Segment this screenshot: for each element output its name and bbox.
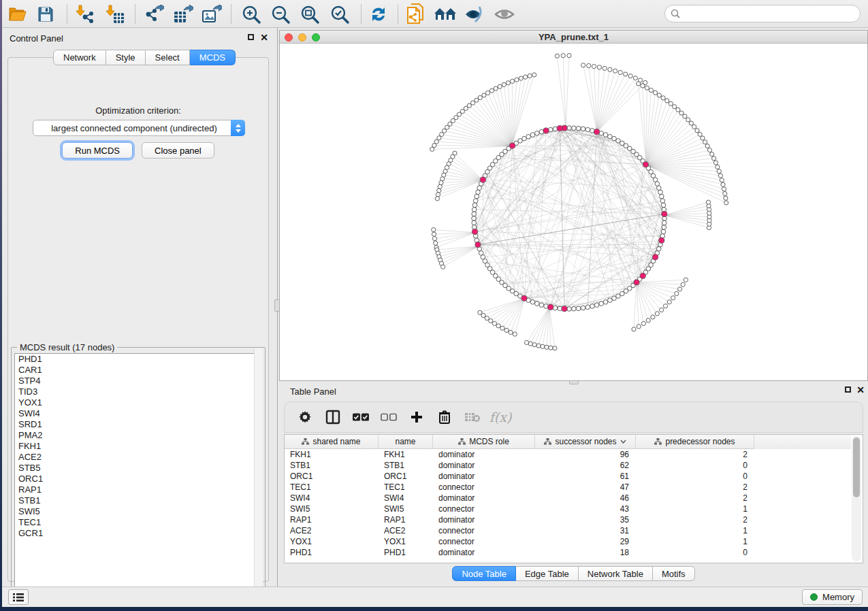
- table-row[interactable]: ORC1ORC1dominator610: [285, 471, 851, 482]
- sort-desc-icon: [620, 440, 626, 444]
- table-cell: connector: [433, 482, 535, 493]
- network-share-icon[interactable]: [404, 3, 428, 25]
- table-row[interactable]: ACE2ACE2connector311: [285, 525, 851, 536]
- search-input[interactable]: [684, 9, 860, 19]
- add-column-icon[interactable]: [408, 409, 425, 425]
- run-mcds-button[interactable]: Run MCDS: [62, 142, 133, 159]
- shared-column-icon: [654, 438, 662, 445]
- zoom-fit-icon[interactable]: [298, 3, 321, 25]
- table-cell: 1: [636, 525, 754, 536]
- mcds-result-item[interactable]: SWI5: [15, 506, 262, 517]
- select-all-icon[interactable]: [353, 409, 369, 425]
- table-row[interactable]: STB1STB1dominator620: [285, 460, 851, 471]
- tab-mcds[interactable]: MCDS: [190, 50, 236, 65]
- table-cell: ACE2: [285, 525, 379, 536]
- show-eye-icon[interactable]: [493, 3, 516, 25]
- table-row[interactable]: TEC1TEC1connector472: [285, 482, 851, 493]
- column-header-shared-name[interactable]: shared name: [285, 435, 379, 449]
- table-row[interactable]: SWI5SWI5connector431: [285, 503, 851, 514]
- tab-style[interactable]: Style: [106, 50, 146, 65]
- mcds-result-item[interactable]: YOX1: [15, 397, 262, 408]
- save-icon[interactable]: [34, 3, 57, 25]
- column-header-mcds-role[interactable]: MCDS role: [433, 435, 535, 449]
- mcds-list-scrollbar[interactable]: [254, 348, 263, 589]
- import-network-icon[interactable]: [74, 3, 97, 25]
- table-row[interactable]: RAP1RAP1dominator352: [285, 514, 851, 525]
- mcds-result-item[interactable]: SWI4: [15, 408, 262, 419]
- zoom-out-icon[interactable]: [269, 3, 292, 25]
- zoom-selected-icon[interactable]: [328, 3, 351, 25]
- tab-network-table[interactable]: Network Table: [579, 566, 653, 581]
- mcds-result-item[interactable]: ORC1: [15, 474, 262, 484]
- search-box[interactable]: [664, 5, 861, 22]
- toolbar-separator: [231, 4, 231, 24]
- export-image-icon[interactable]: [200, 3, 223, 25]
- close-table-panel-icon[interactable]: ✕: [856, 386, 865, 395]
- table-row[interactable]: FKH1FKH1dominator962: [285, 449, 851, 460]
- table-cell: dominator: [433, 547, 535, 558]
- column-view-icon[interactable]: [325, 409, 341, 425]
- network-canvas[interactable]: [280, 44, 867, 380]
- float-table-panel-icon[interactable]: [843, 386, 852, 395]
- table-cell: 47: [535, 482, 636, 493]
- table-cell: 96: [535, 449, 636, 460]
- mcds-result-item[interactable]: RAP1: [15, 484, 262, 495]
- column-header-successor-nodes[interactable]: successor nodes: [535, 435, 636, 449]
- delete-table-icon[interactable]: [464, 409, 481, 425]
- mcds-result-item[interactable]: FKH1: [15, 441, 262, 452]
- close-panel-button[interactable]: Close panel: [142, 142, 214, 159]
- deselect-all-icon[interactable]: [381, 409, 397, 425]
- memory-button[interactable]: Memory: [802, 589, 863, 605]
- tab-edge-table[interactable]: Edge Table: [516, 566, 579, 581]
- mcds-result-item[interactable]: SRD1: [15, 419, 262, 430]
- mcds-result-item[interactable]: STB1: [15, 495, 262, 506]
- optimization-criterion-select[interactable]: largest connected component (undirected): [33, 120, 245, 136]
- mcds-result-item[interactable]: PMA2: [15, 430, 262, 441]
- close-panel-icon[interactable]: ✕: [259, 33, 269, 43]
- export-table-icon[interactable]: [172, 3, 195, 25]
- float-panel-icon[interactable]: [246, 33, 255, 43]
- table-tabs: Node Table Edge Table Network Table Moti…: [279, 566, 868, 581]
- memory-status-icon: [810, 593, 818, 601]
- table-cell: RAP1: [285, 514, 379, 525]
- mcds-result-item[interactable]: PHD1: [15, 354, 262, 365]
- function-builder-icon[interactable]: f(x): [492, 409, 509, 425]
- export-network-icon[interactable]: [142, 3, 165, 25]
- table-cell: 2: [636, 482, 754, 493]
- delete-column-icon[interactable]: [436, 409, 453, 425]
- table-cell: SWI5: [379, 503, 433, 514]
- open-file-icon[interactable]: [6, 3, 29, 25]
- mcds-result-item[interactable]: STP4: [15, 376, 262, 386]
- tab-select[interactable]: Select: [146, 50, 190, 65]
- node-table: shared name name MCDS role successor nod…: [284, 434, 863, 563]
- table-cell: 46: [535, 493, 636, 503]
- table-scrollbar-thumb[interactable]: [853, 437, 860, 497]
- task-history-icon[interactable]: [8, 589, 29, 605]
- table-cell: SWI4: [379, 493, 433, 503]
- mcds-result-list[interactable]: PHD1CAR1STP4TID3YOX1SWI4SRD1PMA2FKH1ACE2…: [14, 353, 263, 595]
- mcds-result-item[interactable]: TID3: [15, 386, 262, 397]
- table-row[interactable]: YOX1YOX1connector291: [285, 536, 851, 547]
- mcds-result-item[interactable]: CAR1: [15, 365, 262, 376]
- mcds-result-item[interactable]: GCR1: [15, 528, 262, 539]
- tab-node-table[interactable]: Node Table: [452, 566, 516, 581]
- table-row[interactable]: PHD1PHD1dominator180: [285, 547, 851, 558]
- table-cell: 31: [535, 525, 636, 536]
- mcds-result-item[interactable]: ACE2: [15, 452, 262, 463]
- hide-eye-icon[interactable]: [463, 3, 486, 25]
- tab-motifs[interactable]: Motifs: [653, 566, 695, 581]
- refresh-icon[interactable]: [367, 3, 390, 25]
- mcds-result-item[interactable]: STB5: [15, 463, 262, 474]
- table-cell: STB1: [379, 460, 433, 471]
- table-scrollbar[interactable]: [852, 436, 861, 561]
- zoom-in-icon[interactable]: [240, 3, 263, 25]
- mcds-result-item[interactable]: TEC1: [15, 517, 262, 528]
- tab-network[interactable]: Network: [53, 50, 106, 65]
- node-table-body: FKH1FKH1dominator962STB1STB1dominator620…: [285, 449, 851, 558]
- settings-gear-icon[interactable]: [297, 409, 313, 425]
- houses-icon[interactable]: [434, 3, 457, 25]
- column-header-predecessor-nodes[interactable]: predecessor nodes: [636, 435, 754, 449]
- table-row[interactable]: SWI4SWI4dominator462: [285, 493, 851, 503]
- column-header-name[interactable]: name: [379, 435, 433, 449]
- import-table-icon[interactable]: [103, 3, 127, 25]
